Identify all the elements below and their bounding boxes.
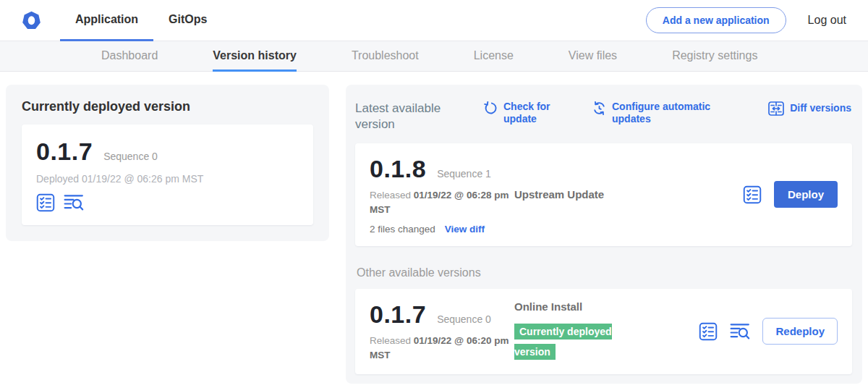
deployed-timestamp: Deployed 01/19/22 @ 06:26 pm MST	[36, 173, 299, 185]
deployed-sequence-label: Sequence 0	[103, 151, 158, 162]
refresh-icon	[484, 101, 498, 115]
preflight-checks-icon[interactable]	[699, 322, 718, 341]
latest-version-number: 0.1.8	[370, 155, 426, 183]
preflight-checks-icon[interactable]	[36, 193, 55, 212]
latest-version-card: 0.1.8 Sequence 1 Released 01/19/22 @ 06:…	[355, 143, 852, 246]
other-version-row: 0.1.7 Sequence 0	[370, 300, 514, 329]
auto-update-icon	[592, 101, 606, 115]
logout-link[interactable]: Log out	[808, 14, 846, 27]
top-tabs: Application GitOps	[60, 0, 222, 41]
deployed-version-number: 0.1.7	[36, 138, 93, 166]
tab-gitops-label: GitOps	[169, 13, 207, 26]
diff-versions-button[interactable]: Diff versions	[768, 101, 851, 116]
subnav-registry-settings[interactable]: Registry settings	[672, 41, 757, 72]
diff-versions-icon	[768, 101, 784, 116]
other-released-timestamp: Released 01/19/22 @ 06:20 pm MST	[370, 334, 518, 363]
deployed-version-card: 0.1.7 Sequence 0 Deployed 01/19/22 @ 06:…	[22, 125, 313, 225]
tab-application-label: Application	[75, 13, 138, 26]
app-subnav: Dashboard Version history Troubleshoot L…	[0, 41, 868, 72]
latest-version-info: 0.1.8 Sequence 1 Released 01/19/22 @ 06:…	[370, 155, 514, 235]
view-diff-link[interactable]: View diff	[445, 224, 485, 235]
currently-deployed-panel: Currently deployed version 0.1.7 Sequenc…	[6, 85, 329, 241]
deploy-button[interactable]: Deploy	[774, 181, 838, 208]
add-application-button[interactable]: Add a new application	[646, 7, 786, 33]
preflight-checks-icon[interactable]	[743, 185, 762, 204]
latest-version-row: 0.1.8 Sequence 1	[370, 155, 514, 183]
subnav-view-files[interactable]: View files	[569, 41, 617, 72]
configure-automatic-updates-label: Configure automatic updates	[612, 101, 724, 125]
released-prefix: Released	[370, 335, 411, 346]
available-versions-panel: Latest available version Check for updat…	[346, 85, 862, 384]
deployed-actions	[36, 193, 299, 212]
version-history-page: Currently deployed version 0.1.7 Sequenc…	[0, 72, 868, 388]
currently-deployed-badge: Currently deployed version	[514, 324, 612, 360]
tab-application[interactable]: Application	[60, 0, 153, 41]
currently-deployed-badge-wrap: Currently deployed version	[514, 321, 639, 363]
redeploy-button[interactable]: Redeploy	[762, 318, 838, 345]
deploy-logs-icon[interactable]	[64, 193, 84, 212]
latest-sequence-label: Sequence 1	[437, 168, 491, 180]
latest-released-timestamp: Released 01/19/22 @ 06:28 pm MST	[370, 188, 518, 218]
app-logo-icon	[22, 11, 41, 30]
subnav-license[interactable]: License	[474, 41, 514, 72]
latest-files-changed-row: 2 files changed View diff	[370, 224, 514, 235]
tab-gitops[interactable]: GitOps	[153, 0, 222, 41]
configure-automatic-updates-button[interactable]: Configure automatic updates	[592, 101, 724, 125]
other-version-number: 0.1.7	[370, 300, 426, 329]
other-version-source: Online Install Currently deployed versio…	[514, 300, 699, 363]
deploy-logs-icon[interactable]	[730, 322, 750, 341]
available-versions-header: Latest available version Check for updat…	[355, 101, 852, 132]
subnav-version-history[interactable]: Version history	[213, 41, 297, 72]
top-bar: Application GitOps Add a new application…	[0, 0, 868, 41]
other-version-card: 0.1.7 Sequence 0 Released 01/19/22 @ 06:…	[355, 289, 852, 375]
subnav-troubleshoot[interactable]: Troubleshoot	[352, 41, 419, 72]
other-available-versions-title: Other available versions	[357, 266, 852, 279]
latest-available-title: Latest available version	[355, 101, 451, 132]
deployed-version-row: 0.1.7 Sequence 0	[36, 138, 299, 166]
other-version-actions: Redeploy	[699, 318, 838, 345]
files-changed-label: 2 files changed	[370, 224, 435, 235]
check-for-update-button[interactable]: Check for update	[484, 101, 561, 125]
latest-version-source: Upstream Update	[514, 188, 743, 201]
online-install-label: Online Install	[514, 300, 582, 313]
top-bar-right: Add a new application Log out	[646, 0, 868, 41]
upstream-update-label: Upstream Update	[514, 188, 604, 201]
released-prefix: Released	[370, 190, 411, 201]
latest-version-actions: Deploy	[743, 181, 838, 208]
other-sequence-label: Sequence 0	[437, 313, 491, 325]
other-version-info: 0.1.7 Sequence 0 Released 01/19/22 @ 06:…	[370, 300, 514, 363]
check-for-update-label: Check for update	[503, 101, 561, 125]
subnav-dashboard[interactable]: Dashboard	[101, 41, 158, 72]
diff-versions-label: Diff versions	[790, 102, 851, 114]
currently-deployed-title: Currently deployed version	[22, 99, 313, 114]
